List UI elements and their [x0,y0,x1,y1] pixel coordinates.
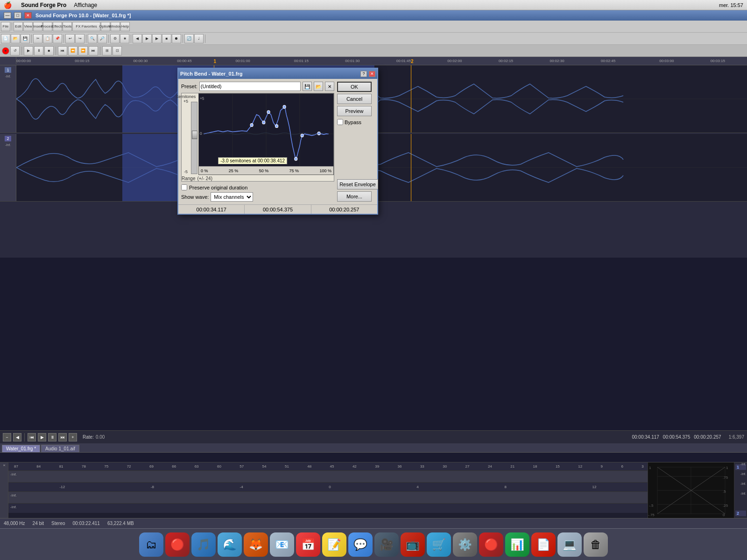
tb-zoom-in[interactable]: 🔍 [88,34,97,43]
main-toolbar: File Edit View Insert Process Effects To… [0,21,747,57]
tb-loop[interactable]: 🔄 [184,34,194,43]
menu-file[interactable]: File [1,22,10,31]
dock-laptop[interactable]: 💻 [557,532,582,557]
dock-email[interactable]: 📧 [270,532,294,557]
dock-rme[interactable]: 🔴 [479,532,503,557]
dock-chart[interactable]: 📊 [505,532,529,557]
preset-delete-button[interactable]: ✕ [325,82,334,91]
dialog-help-button[interactable]: ? [360,71,367,77]
graph-container[interactable]: Semitones +5 -5 [181,93,334,182]
record-button[interactable]: ● [2,47,9,55]
dock-firefox[interactable]: 🦊 [244,532,268,557]
menu-affichage[interactable]: Affichage [74,2,97,8]
tb-effects[interactable]: ★ [120,34,129,43]
snap-button[interactable]: ⊞ [102,46,112,56]
menu-window[interactable]: Window [111,22,120,31]
bt-left[interactable]: ◀ [13,433,21,441]
bt-plus[interactable]: + [69,433,77,441]
dock-soundforge[interactable]: 🔴 [165,532,190,557]
file-tab-water[interactable]: Water_01.frg * [2,445,40,452]
x-label-0: 0 % [201,168,208,173]
tb-cut[interactable]: ✂ [33,34,42,43]
dock-browser[interactable]: 🌊 [218,532,242,557]
app-menu-name[interactable]: Sound Forge Pro [21,2,66,8]
zoom-btn[interactable]: ⊡ [113,46,122,56]
dock-calendar[interactable]: 📅 [296,532,320,557]
wave-combo[interactable]: Mix channels [211,192,253,202]
reset-envelope-button[interactable]: Reset Envelope [337,179,378,189]
bt-rewind[interactable]: ⏮ [28,433,36,441]
tb-redo[interactable]: ↪ [75,34,85,43]
tb-new[interactable]: 📄 [1,34,10,43]
tb-save[interactable]: 💾 [21,34,30,43]
rewind-begin-button[interactable]: ⏮ [58,46,67,56]
tb-undo[interactable]: ↩ [65,34,75,43]
fwd-end-button[interactable]: ⏭ [89,46,98,56]
bt-play2[interactable]: ▶ [38,433,46,441]
tb-process[interactable]: ⚙ [110,34,120,43]
svg-text:-.5: -.5 [649,504,654,508]
track-2-content[interactable] [16,134,747,201]
dialog-status-time1: 00:00:34.117 [178,205,245,214]
tb-metronome[interactable]: ♩ [194,34,204,43]
bt-minus[interactable]: − [3,433,11,441]
tb-marker1[interactable]: ◀ [133,34,142,43]
dock-music[interactable]: 🎵 [191,532,216,557]
tb-paste[interactable]: 📌 [53,34,62,43]
dock-trash[interactable]: 🗑 [584,532,608,557]
ok-button[interactable]: OK [337,82,372,92]
menu-edit[interactable]: Edit [14,22,23,31]
menu-process[interactable]: Process [43,22,52,31]
tb-record[interactable]: ⏺ [172,34,181,43]
envelope-graph[interactable]: +5 0 -5 [199,94,333,175]
bt-zoom: 1:6,397 [729,434,744,440]
preset-open-button[interactable]: 📂 [314,82,323,91]
menu-view[interactable]: View [23,22,33,31]
menu-fxfavorites[interactable]: FX Favorites [72,22,100,31]
preset-save-button[interactable]: 💾 [303,82,312,91]
cancel-button[interactable]: Cancel [337,94,372,104]
loop-button[interactable]: ↺ [10,46,20,56]
ffwd-button[interactable]: ⏩ [78,46,88,56]
tb-copy[interactable]: 📋 [43,34,52,43]
bt-ffwd[interactable]: ⏭ [58,433,67,441]
svg-text:0: 0 [200,131,202,136]
play-button[interactable]: ▶ [24,46,33,56]
bt-stop2[interactable]: ⏸ [48,433,56,441]
menu-help[interactable]: Help [120,22,130,31]
dock-finder[interactable]: 🗂 [139,532,163,557]
dock-video[interactable]: 🎥 [374,532,399,557]
preset-input[interactable] [199,82,301,91]
track-1-content[interactable] [16,65,747,133]
tb-marker2[interactable]: ▶ [142,34,152,43]
tb-zoom-out[interactable]: 🔎 [98,34,107,43]
dialog-close-button[interactable]: ✕ [369,71,375,77]
tb-stop[interactable]: ■ [162,34,171,43]
slider-thumb[interactable] [192,131,197,139]
bypass-checkbox[interactable] [337,119,343,125]
dock-chat[interactable]: 💬 [348,532,373,557]
minimize-button[interactable]: — [4,12,11,19]
menu-tools[interactable]: Tools [63,22,72,31]
dock-pdf[interactable]: 📄 [531,532,556,557]
dock-store[interactable]: 🛒 [427,532,451,557]
more-button[interactable]: More... [337,191,372,202]
close-window-button[interactable]: ✕ [24,12,32,19]
preview-button[interactable]: Preview [337,106,372,116]
preserve-checkbox[interactable] [181,184,187,190]
dock-media[interactable]: 📺 [401,532,425,557]
tb-play[interactable]: ▶ [152,34,162,43]
stop-button[interactable]: ■ [44,46,54,56]
semitone-slider[interactable] [191,102,197,174]
file-tab-audio[interactable]: Audio 1_01.aif [41,445,79,452]
dock-settings[interactable]: ⚙️ [453,532,477,557]
tb-open[interactable]: 📂 [11,34,20,43]
status-file-size: 63,222.4 MB [107,521,134,526]
pause-button[interactable]: ⏸ [34,46,43,56]
dock-notes[interactable]: 📝 [322,532,346,557]
track-1-header: 1 -Inf. [0,65,16,133]
maximize-button[interactable]: □ [14,12,21,19]
rewind-button[interactable]: ⏪ [68,46,78,56]
y-minus-label: -5 [184,169,188,174]
menu-effects[interactable]: Effects [53,22,62,31]
